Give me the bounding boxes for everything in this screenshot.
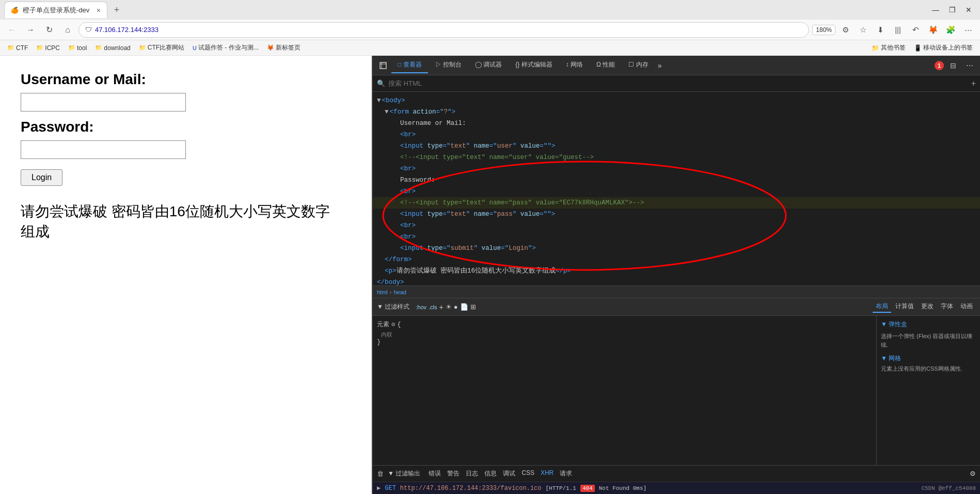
tab-debugger[interactable]: ◯ 调试器 — [469, 57, 508, 73]
bookmark-download[interactable]: 📁 download — [92, 43, 133, 53]
tab-console[interactable]: ▷ 控制台 — [429, 57, 468, 73]
active-tab[interactable]: 🍊 橙子单点登录系统-dev × — [4, 2, 107, 18]
tab-close-btn[interactable]: × — [97, 6, 101, 14]
responsive-design-icon[interactable]: ⊟ — [946, 58, 960, 73]
tree-username-text[interactable]: Username or Mail: — [373, 118, 980, 129]
forward-btn[interactable]: → — [23, 22, 38, 38]
tab-changes[interactable]: 更改 — [918, 301, 937, 313]
bookmark-tool[interactable]: 📁 tool — [65, 43, 90, 53]
tree-password-text[interactable]: Password: — [373, 174, 980, 186]
console-gear-icon[interactable]: ⚙ — [970, 470, 976, 477]
minimize-btn[interactable]: — — [928, 3, 943, 17]
tab-style-editor[interactable]: {} 样式编辑器 — [509, 57, 558, 73]
arrow-form[interactable]: ▼ — [385, 107, 389, 117]
log-source: C5DN @eff_c54088 — [921, 485, 976, 491]
tree-input-user[interactable]: <input type =" text " name =" user " val… — [373, 140, 980, 152]
theme-doc-btn[interactable]: 📄 — [460, 303, 468, 311]
tab-layout[interactable]: 布局 — [873, 301, 891, 313]
theme-moon-btn[interactable]: ● — [454, 303, 458, 311]
breadcrumb-head[interactable]: head — [393, 289, 406, 295]
mobile-icon: 📱 — [914, 44, 922, 52]
bookmark-homework[interactable]: U 试题作答 - 作业与测... — [189, 42, 262, 53]
bookmark-ctf[interactable]: 📁 CTF — [4, 43, 31, 53]
arrow-body[interactable]: ▼ — [377, 95, 381, 106]
tree-br1[interactable]: <br> — [373, 129, 980, 140]
tab-warnings[interactable]: 警告 — [447, 469, 460, 478]
console-log-entry[interactable]: ▶ GET http://47.106.172.144:2333/favicon… — [373, 482, 980, 494]
tab-inspector[interactable]: □ 查看器 — [391, 57, 428, 73]
bookmark-newtab[interactable]: 🦊 新标签页 — [264, 42, 304, 53]
element-gear-icon[interactable]: ⚙ — [391, 321, 395, 328]
tab-requests[interactable]: 请求 — [560, 469, 572, 478]
home-btn[interactable]: ⌂ — [60, 22, 75, 38]
tab-memory[interactable]: ☐ 内存 — [622, 57, 654, 73]
sync-icon[interactable]: ↶ — [908, 22, 923, 38]
pseudo-cls-btn[interactable]: .cls — [429, 304, 437, 310]
download-icon[interactable]: ⬇ — [873, 22, 888, 38]
tree-input-submit[interactable]: <input type =" submit " value =" Login "… — [373, 243, 980, 254]
tree-input-pass[interactable]: < input type =" text " name =" pass " va… — [373, 209, 980, 220]
history-icon[interactable]: ||| — [890, 22, 906, 38]
breadcrumb-html[interactable]: html — [377, 289, 388, 295]
star-icon[interactable]: ☆ — [855, 22, 871, 38]
devtools-more-btn[interactable]: » — [656, 61, 664, 70]
tab-xhr[interactable]: XHR — [541, 469, 554, 478]
refresh-btn[interactable]: ↻ — [41, 22, 57, 38]
tree-body[interactable]: ▼ <body> — [373, 95, 980, 106]
new-tab-btn[interactable]: + — [109, 3, 124, 17]
performance-icon: Ω — [596, 61, 601, 68]
password-input[interactable] — [21, 140, 186, 159]
close-btn[interactable]: ✕ — [961, 3, 976, 17]
filter-output-btn[interactable]: ▼ 过滤输出 — [388, 469, 420, 478]
tab-logs[interactable]: 日志 — [466, 469, 478, 478]
tree-comment-user[interactable]: <!--<input type="text" name="user" value… — [373, 152, 980, 163]
login-button[interactable]: Login — [21, 169, 62, 186]
flex-section-title[interactable]: ▼ 弹性盒 — [881, 320, 976, 329]
tab-computed[interactable]: 计算值 — [892, 301, 917, 313]
tab-fonts[interactable]: 字体 — [938, 301, 956, 313]
pseudo-hov-btn[interactable]: :hov — [416, 304, 426, 310]
html-search-input[interactable] — [388, 79, 968, 87]
grid-section-title[interactable]: ▼ 网格 — [881, 354, 976, 363]
bookmark-icpc[interactable]: 📁 ICPC — [33, 43, 63, 53]
bookmark-label: CTF比赛网站 — [148, 43, 184, 52]
extensions-icon[interactable]: ⚙ — [837, 22, 853, 38]
zoom-badge[interactable]: 180% — [812, 25, 835, 35]
puzzle-icon[interactable]: 🧩 — [943, 22, 958, 38]
bookmark-ctf-sites[interactable]: 📁 CTF比赛网站 — [136, 42, 187, 53]
tree-form[interactable]: ▼ <form action =" ? "> — [373, 106, 980, 118]
tab-errors[interactable]: 错误 — [429, 469, 441, 478]
devtools-options-btn[interactable]: ⋯ — [962, 58, 977, 73]
theme-sun-btn[interactable]: ☀ — [446, 303, 452, 311]
devtools-picker-icon[interactable] — [376, 58, 390, 73]
tab-debug[interactable]: 调试 — [503, 469, 515, 478]
search-add-btn[interactable]: + — [971, 79, 976, 88]
menu-icon[interactable]: ⋯ — [960, 22, 976, 38]
styles-add-btn[interactable]: + — [439, 303, 444, 311]
tree-br4[interactable]: <br> — [373, 220, 980, 231]
tree-br5[interactable]: <br> — [373, 231, 980, 243]
tab-info[interactable]: 信息 — [484, 469, 497, 478]
back-btn[interactable]: ← — [4, 22, 20, 38]
maximize-btn[interactable]: ❐ — [945, 3, 959, 17]
bookmark-mobile[interactable]: 📱 移动设备上的书签 — [911, 42, 976, 53]
element-open-brace: { — [397, 321, 401, 328]
tree-form-close[interactable]: </form> — [373, 254, 980, 265]
tab-network[interactable]: ↕ 网络 — [560, 57, 589, 73]
tree-br2[interactable]: <br> — [373, 163, 980, 174]
firefox-icon[interactable]: 🦊 — [925, 22, 941, 38]
tab-css[interactable]: CSS — [521, 469, 534, 478]
tree-br3[interactable]: <br> — [373, 186, 980, 197]
username-input[interactable] — [21, 93, 186, 111]
tab-performance[interactable]: Ω 性能 — [590, 57, 621, 73]
console-clear-btn[interactable]: 🗑 — [377, 470, 384, 477]
tab-animations[interactable]: 动画 — [957, 301, 976, 313]
debugger-icon: ◯ — [475, 61, 482, 68]
layout-grid-btn[interactable]: ⊞ — [470, 303, 476, 311]
url-bar[interactable]: 🛡 47.106.172.144:2333 — [78, 22, 809, 38]
tree-comment-pass[interactable]: <!--<input type="text" name="pass" value… — [373, 197, 980, 209]
log-arrow[interactable]: ▶ — [377, 484, 381, 492]
tree-notice-p[interactable]: <p> 请勿尝试爆破 密码皆由16位随机大小写英文数字组成 </p> — [373, 265, 980, 277]
bookmark-others[interactable]: 📁 其他书签 — [868, 42, 909, 53]
tree-body-close[interactable]: </body> — [373, 277, 980, 285]
